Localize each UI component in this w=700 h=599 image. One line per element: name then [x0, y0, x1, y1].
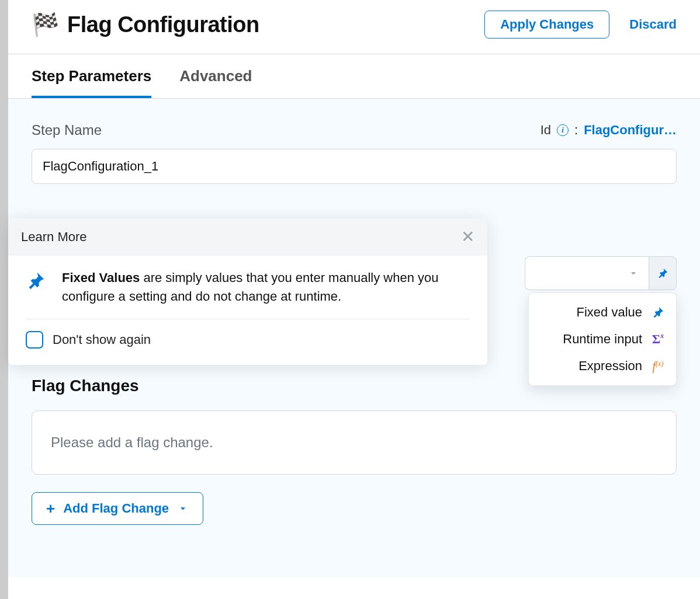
id-value[interactable]: FlagConfigur…	[584, 123, 677, 138]
tabs: Step Parameters Advanced	[8, 54, 700, 99]
flag-changes-empty-text: Please add a flag change.	[51, 434, 213, 450]
value-type-expression-label: Expression	[578, 358, 642, 374]
plus-icon: +	[46, 501, 55, 516]
flag-changes-empty: Please add a flag change.	[32, 410, 677, 475]
flag-configuration-panel: 🏁 Flag Configuration Apply Changes Disca…	[8, 0, 700, 599]
flag-icon: 🏁	[32, 13, 59, 36]
id-colon: :	[574, 123, 578, 138]
popover-title: Learn More	[21, 229, 87, 245]
pin-icon	[650, 306, 666, 319]
title-wrap: 🏁 Flag Configuration	[32, 12, 259, 37]
select-box[interactable]	[525, 256, 649, 290]
value-type-runtime[interactable]: Runtime input Σx	[529, 326, 676, 353]
popover-bold: Fixed Values	[62, 270, 140, 285]
discard-link[interactable]: Discard	[629, 17, 677, 32]
value-type-expression[interactable]: Expression f(x)	[529, 353, 676, 379]
value-type-runtime-label: Runtime input	[563, 332, 642, 347]
dont-show-checkbox[interactable]	[26, 331, 43, 349]
pin-icon	[26, 271, 46, 293]
id-label: Id	[540, 123, 551, 138]
pin-icon	[657, 267, 668, 279]
popover-body: Fixed Values are simply values that you …	[8, 256, 487, 319]
info-icon[interactable]: i	[557, 124, 569, 136]
popover-header: Learn More ✕	[8, 218, 487, 256]
step-name-input[interactable]	[32, 149, 677, 184]
header-actions: Apply Changes Discard	[484, 11, 677, 39]
value-type-fixed[interactable]: Fixed value	[529, 299, 676, 326]
header: 🏁 Flag Configuration Apply Changes Disca…	[8, 0, 700, 54]
step-name-row: Step Name Id i : FlagConfigur…	[32, 122, 677, 138]
add-flag-change-label: Add Flag Change	[63, 501, 169, 516]
close-icon[interactable]: ✕	[461, 229, 474, 245]
chevron-down-icon	[177, 503, 189, 514]
add-flag-change-button[interactable]: + Add Flag Change	[32, 492, 203, 525]
dont-show-label: Don't show again	[53, 332, 151, 347]
form-area: Step Name Id i : FlagConfigur… Fixed val…	[8, 99, 700, 577]
chevron-down-icon	[628, 267, 639, 279]
value-type-menu: Fixed value Runtime input Σx Expression …	[528, 292, 677, 386]
id-wrap: Id i : FlagConfigur…	[540, 123, 677, 138]
popover-footer: Don't show again	[8, 319, 487, 365]
learn-more-popover: Learn More ✕ Fixed Values are simply val…	[8, 218, 487, 365]
environment-select[interactable]	[525, 256, 677, 290]
tab-advanced[interactable]: Advanced	[179, 67, 252, 98]
apply-changes-button[interactable]: Apply Changes	[484, 11, 609, 39]
tab-step-parameters[interactable]: Step Parameters	[32, 67, 151, 98]
background-strip	[0, 0, 8, 599]
popover-text: Fixed Values are simply values that you …	[62, 269, 470, 306]
value-type-toggle[interactable]	[649, 256, 677, 290]
step-name-label: Step Name	[32, 122, 102, 138]
value-type-fixed-label: Fixed value	[576, 305, 642, 320]
sigma-icon: Σx	[650, 332, 666, 347]
fx-icon: f(x)	[650, 360, 666, 373]
page-title: Flag Configuration	[67, 12, 259, 37]
